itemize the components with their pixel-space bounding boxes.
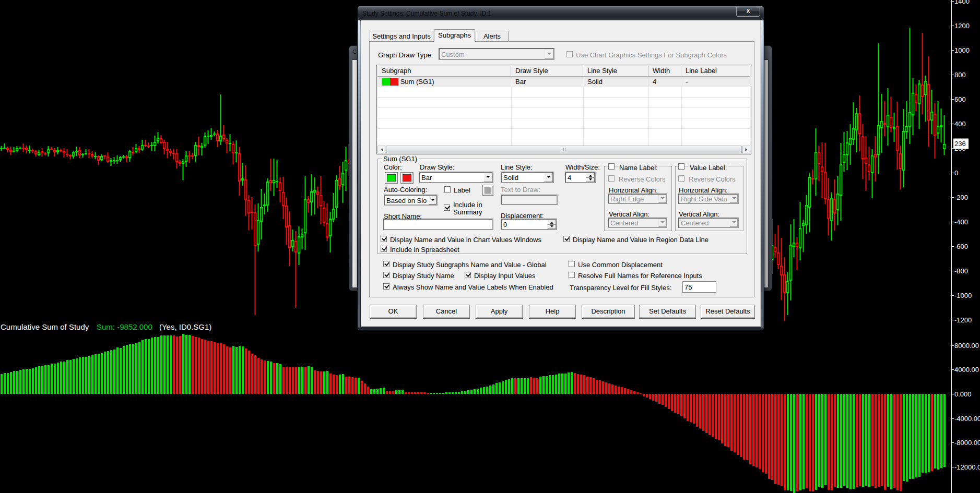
value-label-checkbox[interactable] [678, 163, 684, 170]
svg-text:8000.00: 8000.00 [954, 342, 979, 350]
label-color-fill [485, 187, 491, 194]
chevron-down-icon[interactable] [545, 49, 553, 59]
resolve-full-names-label: Resolve Full Names for Reference Inputs [578, 272, 702, 280]
study-sum-value: Sum: -9852.000 [97, 322, 152, 331]
auto-coloring-select[interactable]: Based on Slo [384, 195, 438, 206]
cell-line-label: - [681, 77, 751, 87]
display-study-name-label: Display Study Name [393, 272, 454, 280]
spin-down-icon[interactable] [586, 178, 595, 183]
column-header-width[interactable]: Width [648, 66, 681, 76]
scroll-right-icon[interactable] [742, 146, 750, 153]
svg-text:400: 400 [954, 120, 966, 128]
table-row-sum-sg1[interactable]: Sum (SG1) Bar Solid 4 - [377, 77, 750, 87]
up-color-button[interactable] [385, 172, 398, 184]
table-empty-row[interactable] [377, 139, 750, 146]
use-chart-graphics-checkbox[interactable] [566, 51, 573, 57]
spin-down-icon[interactable] [547, 225, 556, 230]
include-spreadsheet-checkbox[interactable] [381, 246, 387, 252]
name-label-checkbox[interactable] [608, 163, 615, 170]
display-chart-values-checkbox[interactable] [381, 236, 387, 242]
value-horizontal-align-select[interactable]: Right Side Valu [678, 194, 739, 204]
chevron-down-icon[interactable] [544, 173, 553, 182]
always-show-labels-checkbox[interactable] [383, 283, 389, 290]
svg-text:-800: -800 [954, 267, 968, 275]
draw-style-select[interactable]: Bar [419, 172, 493, 183]
transparency-value: 75 [684, 283, 692, 291]
svg-text:1000: 1000 [954, 46, 970, 54]
chevron-down-icon[interactable] [658, 219, 666, 227]
svg-text:0.000: 0.000 [954, 390, 972, 398]
name-vertical-align-select[interactable]: Centered [608, 218, 667, 228]
name-vertical-align-label: Vertical Align: [609, 210, 650, 218]
subgraph-up-color-swatch [382, 78, 390, 86]
displacement-spinner[interactable]: 0 [501, 219, 557, 230]
short-name-input[interactable] [383, 219, 493, 230]
subgraph-table-header: Subgraph Draw Style Line Style Width Lin… [377, 66, 750, 77]
name-label-title: Name Label: [618, 164, 659, 172]
spin-up-icon[interactable] [547, 220, 556, 225]
column-header-subgraph[interactable]: Subgraph [377, 66, 511, 76]
chevron-down-icon[interactable] [730, 219, 738, 227]
table-empty-row[interactable] [377, 87, 750, 98]
display-region-data-checkbox[interactable] [563, 236, 570, 242]
graph-draw-type-label: Graph Draw Type: [378, 51, 433, 59]
svg-text:-1000: -1000 [954, 292, 972, 299]
label-checkbox[interactable] [444, 186, 451, 193]
table-empty-row[interactable] [377, 118, 750, 129]
display-subgraphs-global-checkbox[interactable] [383, 261, 389, 267]
name-reverse-colors-label: Reverse Colors [619, 175, 666, 183]
chevron-down-icon[interactable] [483, 173, 492, 182]
svg-text:-400: -400 [954, 218, 968, 226]
down-color-fill [403, 174, 411, 182]
background-window-body [764, 59, 769, 288]
name-horizontal-align-select[interactable]: Right Edge [608, 194, 667, 204]
background-window-left-edge[interactable]: C [349, 45, 358, 291]
text-to-draw-input[interactable] [501, 195, 558, 205]
value-horizontal-align-label: Horizontal Align: [679, 186, 728, 194]
value-label-title: Value Label: [688, 164, 728, 172]
subgraph-down-color-swatch [390, 78, 398, 86]
column-header-line-style[interactable]: Line Style [583, 66, 648, 76]
line-style-select[interactable]: Solid [501, 172, 554, 183]
resolve-full-names-checkbox[interactable] [569, 272, 575, 278]
table-empty-row[interactable] [377, 129, 750, 139]
transparency-input[interactable]: 75 [682, 281, 716, 293]
chevron-down-icon[interactable] [429, 196, 436, 205]
table-empty-row[interactable] [377, 98, 750, 108]
display-study-name-checkbox[interactable] [383, 272, 389, 278]
value-reverse-colors-checkbox[interactable] [678, 175, 684, 182]
up-color-fill [387, 174, 396, 182]
close-button[interactable]: X [736, 7, 760, 17]
svg-text:-600: -600 [954, 243, 968, 250]
graph-draw-type-value: Custom [441, 50, 465, 58]
dialog-body: Settings and Inputs Subgraphs Alerts Gra… [361, 20, 761, 327]
column-header-draw-style[interactable]: Draw Style [511, 66, 583, 76]
width-size-value: 4 [568, 174, 571, 182]
display-input-values-checkbox[interactable] [465, 272, 471, 278]
table-horizontal-scrollbar[interactable] [377, 146, 750, 153]
chevron-down-icon[interactable] [730, 195, 738, 203]
label-color-button[interactable] [482, 185, 493, 196]
use-common-displacement-checkbox[interactable] [569, 261, 575, 267]
value-vertical-align-select[interactable]: Centered [678, 218, 739, 228]
include-in-summary-checkbox[interactable] [444, 205, 450, 211]
use-common-displacement-label: Use Common Displacement [578, 261, 663, 269]
background-window-right-edge[interactable] [764, 45, 772, 291]
scroll-left-icon[interactable] [377, 146, 385, 153]
scrollbar-thumb[interactable] [386, 146, 742, 153]
include-in-summary-label-line2: Summary [453, 208, 482, 216]
table-empty-row[interactable] [377, 108, 750, 118]
spin-up-icon[interactable] [586, 173, 595, 178]
graph-draw-type-select[interactable]: Custom [439, 48, 554, 60]
chevron-down-icon[interactable] [658, 195, 666, 203]
last-price-label: 236 [954, 140, 966, 148]
column-header-line-label[interactable]: Line Label [681, 66, 751, 76]
name-reverse-colors-checkbox[interactable] [608, 175, 615, 182]
down-color-button[interactable] [400, 172, 414, 184]
background-window-title-fragment: C [352, 49, 357, 55]
label-checkbox-label: Label [454, 186, 470, 194]
study-id-label: (Yes, ID0.SG1) [159, 322, 211, 331]
width-size-spinner[interactable]: 4 [565, 172, 596, 183]
auto-coloring-label: Auto-Coloring: [384, 186, 427, 194]
dialog-titlebar[interactable]: Study Settings: Cumulative Sum of Study.… [358, 6, 764, 20]
